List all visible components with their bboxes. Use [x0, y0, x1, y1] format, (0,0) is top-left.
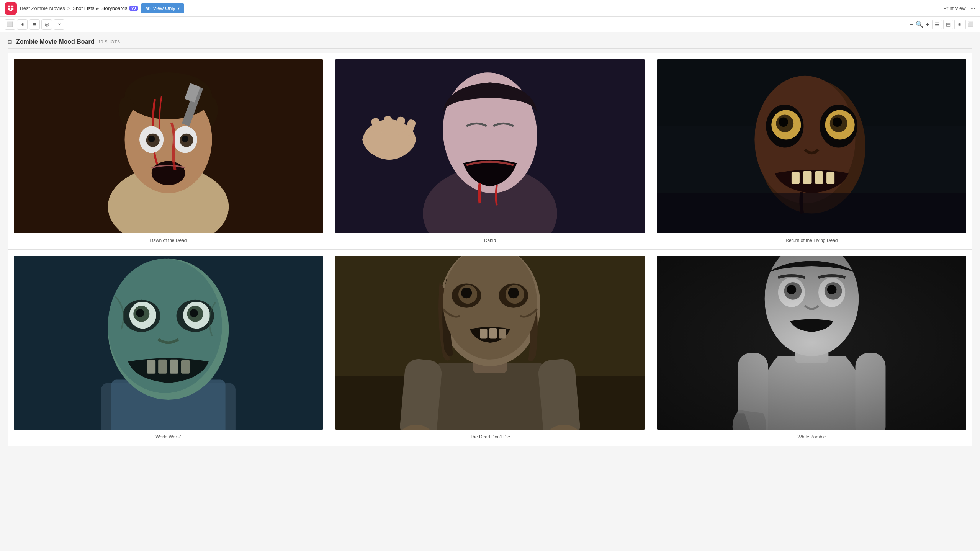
svg-rect-81 — [480, 329, 487, 338]
movie-image-rabid — [335, 59, 645, 233]
breadcrumb: Best Zombie Movies > Shot Lists & Storyb… — [20, 5, 138, 11]
svg-point-38 — [779, 118, 789, 127]
top-nav: Best Zombie Movies > Shot Lists & Storyb… — [0, 0, 980, 17]
help-tool-button[interactable]: ? — [54, 19, 64, 30]
svg-rect-82 — [489, 328, 497, 338]
zoom-icon: 🔍 — [916, 21, 923, 28]
movie-image-dead-dont-die — [335, 256, 645, 430]
grid-cell-rabid: Rabid — [329, 53, 651, 249]
version-badge: v0 — [129, 6, 137, 11]
svg-point-59 — [190, 309, 198, 317]
movie-title-white-zombie: White Zombie — [797, 434, 826, 440]
movie-title-return: Return of the Living Dead — [785, 238, 838, 243]
view-only-button[interactable]: 👁 View Only ▾ — [141, 3, 184, 13]
board-header: ⊞ Zombie Movie Mood Board 10 SHOTS — [8, 38, 972, 49]
svg-point-39 — [833, 118, 842, 127]
mood-board-grid: Dawn of the Dead — [8, 53, 972, 446]
svg-rect-3 — [11, 8, 13, 10]
svg-rect-42 — [815, 171, 823, 184]
more-options-button[interactable]: ··· — [970, 5, 975, 12]
svg-point-58 — [136, 309, 144, 317]
detail-view-button[interactable]: ▤ — [943, 20, 953, 29]
list-icon: ≡ — [33, 21, 36, 27]
svg-rect-41 — [803, 171, 812, 184]
toolbar: ⬜ ⊞ ≡ ◎ ? − 🔍 + ☰ ▤ ⊞ ⬜ — [0, 17, 980, 32]
filter-icon: ◎ — [45, 21, 49, 27]
movie-image-return — [657, 59, 966, 233]
list-tool-button[interactable]: ≡ — [29, 19, 40, 30]
svg-point-80 — [508, 288, 519, 298]
grid-cell-wwz: World War Z — [8, 250, 329, 446]
svg-rect-83 — [499, 329, 506, 338]
movie-title-dawn: Dawn of the Dead — [150, 238, 187, 243]
svg-rect-60 — [147, 360, 155, 374]
page-content: ⊞ Zombie Movie Mood Board 10 SHOTS — [0, 32, 980, 551]
toolbar-right: − 🔍 + ☰ ▤ ⊞ ⬜ — [909, 20, 975, 29]
movie-title-dead-dont-die: The Dead Don't Die — [470, 434, 510, 440]
app-logo — [5, 2, 17, 15]
svg-rect-44 — [657, 193, 966, 233]
movie-title-rabid: Rabid — [484, 238, 496, 243]
grid-cell-white-zombie: White Zombie — [651, 250, 972, 446]
chevron-down-icon: ▾ — [178, 6, 180, 10]
nav-right: Print View ··· — [943, 5, 975, 12]
breadcrumb-current: Shot Lists & Storyboards — [72, 5, 127, 11]
filter-tool-button[interactable]: ◎ — [41, 19, 52, 30]
svg-rect-2 — [8, 8, 10, 10]
svg-rect-97 — [657, 256, 966, 430]
svg-rect-63 — [181, 360, 190, 374]
eye-icon: 👁 — [146, 5, 151, 11]
zoom-controls: − 🔍 + — [909, 21, 930, 28]
frame-tool-button[interactable]: ⬜ — [5, 19, 15, 30]
breadcrumb-parent[interactable]: Best Zombie Movies — [20, 5, 65, 11]
svg-point-79 — [461, 288, 472, 298]
svg-rect-4 — [9, 10, 12, 11]
frame-icon: ⬜ — [7, 21, 13, 27]
svg-rect-61 — [158, 360, 167, 374]
svg-rect-69 — [537, 358, 581, 430]
svg-rect-25 — [384, 116, 392, 135]
zoom-in-button[interactable]: + — [925, 21, 930, 28]
svg-rect-43 — [826, 172, 834, 184]
movie-image-dawn — [14, 59, 323, 233]
print-view-button[interactable]: Print View — [943, 5, 965, 11]
movie-image-white-zombie — [657, 256, 966, 430]
svg-rect-1 — [11, 5, 13, 7]
shots-badge: 10 SHOTS — [98, 39, 120, 44]
view-only-label: View Only — [153, 5, 175, 11]
grid-tool-button[interactable]: ⊞ — [17, 19, 28, 30]
svg-rect-62 — [170, 360, 178, 374]
full-view-button[interactable]: ⬜ — [965, 20, 975, 29]
svg-rect-0 — [8, 5, 10, 7]
movie-title-wwz: World War Z — [155, 434, 181, 440]
grid-cell-dawn: Dawn of the Dead — [8, 53, 329, 249]
board-title: Zombie Movie Mood Board — [16, 38, 94, 45]
grid-icon: ⊞ — [20, 21, 25, 27]
grid-view-button[interactable]: ⊞ — [954, 20, 964, 29]
grid-cell-dead-dont-die: The Dead Don't Die — [329, 250, 651, 446]
view-toggle-group: ☰ ▤ ⊞ ⬜ — [932, 20, 975, 29]
zoom-out-button[interactable]: − — [909, 21, 914, 28]
svg-rect-40 — [792, 172, 800, 184]
svg-rect-18 — [14, 59, 323, 233]
list-view-button[interactable]: ☰ — [932, 20, 942, 29]
grid-cell-return: Return of the Living Dead — [651, 53, 972, 249]
help-icon: ? — [57, 21, 60, 27]
breadcrumb-separator: > — [67, 5, 70, 11]
svg-rect-68 — [399, 358, 443, 430]
movie-image-wwz — [14, 256, 323, 430]
board-icon: ⊞ — [8, 39, 12, 45]
